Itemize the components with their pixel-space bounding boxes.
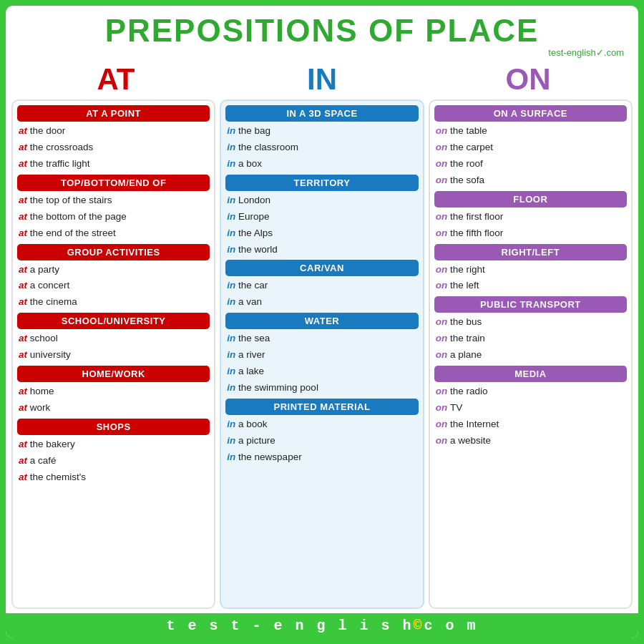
- prep-label: at: [19, 296, 30, 307]
- prep-label: on: [436, 386, 450, 396]
- prep-label: in: [227, 349, 238, 360]
- entry-text: the bakery: [30, 439, 75, 449]
- list-item: in the car: [225, 278, 418, 293]
- prep-label: at: [19, 280, 30, 291]
- at-header-label: AT: [14, 62, 218, 97]
- list-item: in the world: [225, 243, 418, 258]
- prep-label: in: [227, 296, 238, 307]
- list-item: at the cinema: [17, 295, 210, 310]
- footer-dot: ©: [414, 618, 424, 634]
- list-item: in a lake: [225, 364, 418, 379]
- list-item: on the bus: [434, 315, 627, 330]
- list-item: on the right: [434, 263, 627, 278]
- list-item: in the newspaper: [225, 450, 418, 465]
- prep-label: at: [19, 142, 30, 152]
- entry-text: the chemist's: [30, 472, 86, 482]
- columns-body: AT A POINTat the doorat the crossroadsat…: [6, 97, 638, 613]
- entry-text: home: [30, 386, 54, 396]
- prep-label: at: [19, 158, 30, 169]
- list-item: at work: [17, 401, 210, 416]
- list-item: at the top of the stairs: [17, 193, 210, 208]
- footer-brand: t e s t - e n g l i s h: [166, 618, 413, 634]
- section-header: MEDIA: [434, 366, 627, 382]
- prep-label: on: [436, 158, 450, 169]
- entry-text: a picture: [238, 435, 275, 446]
- entry-text: the top of the stairs: [30, 195, 112, 205]
- entry-text: the roof: [450, 158, 483, 169]
- prep-label: at: [19, 349, 30, 360]
- list-item: in a van: [225, 295, 418, 310]
- entry-text: the classroom: [238, 142, 298, 152]
- prep-label: at: [19, 211, 30, 222]
- entry-text: TV: [450, 402, 462, 413]
- entry-text: a plane: [450, 349, 482, 360]
- entry-text: school: [30, 333, 58, 343]
- entry-text: the radio: [450, 386, 488, 396]
- entry-text: work: [30, 402, 51, 413]
- page-outer: PREPOSITIONS OF PLACE test-english✓.com …: [0, 0, 644, 644]
- section-header: TERRITORY: [225, 175, 418, 191]
- prep-label: on: [436, 349, 450, 360]
- list-item: on a website: [434, 434, 627, 449]
- entry-text: the traffic light: [30, 158, 90, 169]
- title-area: PREPOSITIONS OF PLACE test-english✓.com: [6, 6, 638, 59]
- in-header-label: IN: [220, 62, 424, 97]
- list-item: on the first floor: [434, 210, 627, 225]
- list-item: on the left: [434, 278, 627, 293]
- prep-label: in: [227, 333, 238, 343]
- prep-label: on: [436, 211, 450, 222]
- entry-text: a party: [30, 264, 59, 275]
- prep-label: at: [19, 228, 30, 238]
- list-item: on a plane: [434, 348, 627, 363]
- entry-text: the Alps: [238, 228, 273, 238]
- list-item: in a book: [225, 417, 418, 432]
- entry-text: a lake: [238, 366, 264, 376]
- list-item: at university: [17, 348, 210, 363]
- prep-label: at: [19, 455, 30, 466]
- list-item: on the carpet: [434, 140, 627, 155]
- entry-text: the table: [450, 125, 487, 136]
- prep-label: in: [227, 382, 238, 393]
- list-item: in the swimming pool: [225, 381, 418, 396]
- list-item: at school: [17, 331, 210, 346]
- entry-text: the end of the street: [30, 228, 116, 238]
- section-header: GROUP ACTIVITIES: [17, 244, 210, 260]
- section-header: HOME/WORK: [17, 366, 210, 382]
- list-item: at the bottom of the page: [17, 210, 210, 225]
- entry-text: the bus: [450, 316, 482, 327]
- list-item: in the classroom: [225, 140, 418, 155]
- entry-text: the door: [30, 125, 66, 136]
- entry-text: a café: [30, 455, 57, 466]
- section-header: RIGHT/LEFT: [434, 244, 627, 260]
- prep-label: at: [19, 386, 30, 396]
- list-item: in the sea: [225, 331, 418, 346]
- section-header: TOP/BOTTOM/END OF: [17, 175, 210, 191]
- entry-text: the fifth floor: [450, 228, 503, 238]
- footer: t e s t - e n g l i s h©c o m: [6, 613, 638, 638]
- list-item: in London: [225, 193, 418, 208]
- footer-tld: c o m: [424, 618, 478, 634]
- entry-text: Europe: [238, 211, 270, 222]
- brand-checkmark: ✓: [596, 47, 604, 58]
- list-item: in a box: [225, 157, 418, 172]
- list-item: on the radio: [434, 384, 627, 399]
- list-item: in a picture: [225, 434, 418, 449]
- prep-label: on: [436, 264, 450, 275]
- prep-label: on: [436, 125, 450, 136]
- list-item: at a concert: [17, 278, 210, 293]
- prep-label: in: [227, 228, 238, 238]
- prep-label: in: [227, 280, 238, 291]
- prep-label: at: [19, 264, 30, 275]
- prep-label: in: [227, 419, 238, 429]
- prep-label: in: [227, 211, 238, 222]
- entry-text: a book: [238, 419, 268, 429]
- entry-text: the car: [238, 280, 268, 291]
- prep-label: on: [436, 175, 450, 185]
- entry-text: the train: [450, 333, 485, 343]
- list-item: in a river: [225, 348, 418, 363]
- prep-label: at: [19, 402, 30, 413]
- prep-label: in: [227, 142, 238, 152]
- entry-text: the sea: [238, 333, 270, 343]
- entry-text: the first floor: [450, 211, 503, 222]
- entry-text: the cinema: [30, 296, 77, 307]
